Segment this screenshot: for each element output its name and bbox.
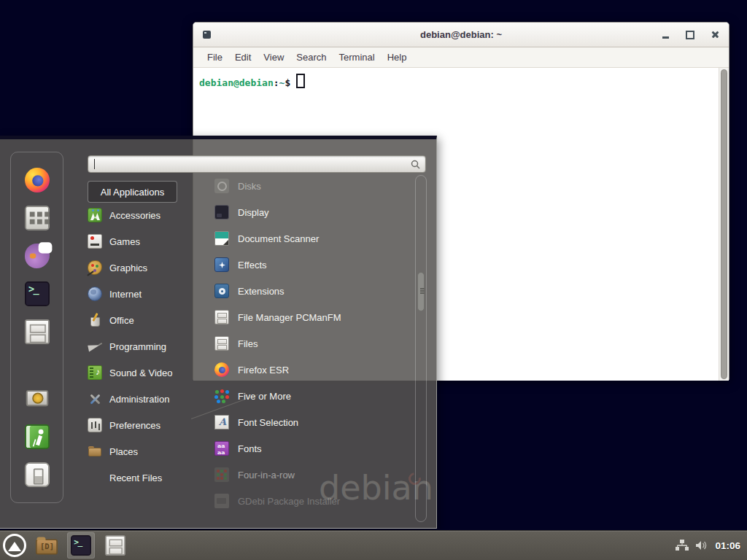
clock[interactable]: 01:06 [715, 540, 740, 551]
window-controls [662, 23, 719, 47]
app-item-file-manager-pcmanfm[interactable]: File Manager PCManFM [193, 304, 411, 330]
app-item-five-or-more[interactable]: Five or More [193, 383, 411, 409]
files-launcher[interactable] [33, 532, 61, 559]
logout-button[interactable] [21, 421, 53, 453]
application-menu: All Applications Accessories Games Graph… [0, 136, 437, 529]
menu-terminal[interactable]: Terminal [339, 52, 375, 63]
gdebi-icon [214, 494, 229, 508]
lock-screen-button[interactable] [21, 383, 53, 415]
taskbar: 01:06 [0, 530, 747, 560]
category-accessories[interactable]: Accessories [88, 202, 194, 228]
file-cabinet-icon [214, 336, 229, 351]
terminal-menubar: File Edit View Search Terminal Help [193, 47, 729, 68]
terminal-window-button[interactable] [67, 532, 95, 559]
favorites-rail [10, 152, 63, 503]
app-item-four-in-a-row[interactable]: Four-in-a-row [193, 462, 411, 488]
network-icon[interactable] [676, 540, 689, 551]
category-recent-files[interactable]: Recent Files [88, 464, 194, 491]
extensions-icon [214, 284, 229, 298]
programming-icon [88, 339, 102, 354]
prompt-separator: : [274, 77, 279, 88]
category-internet[interactable]: Internet [88, 281, 194, 307]
terminal-cursor [296, 74, 305, 88]
terminal-window-icon [203, 31, 211, 39]
sound-video-icon [88, 365, 102, 380]
menu-search[interactable]: Search [296, 52, 326, 63]
maximize-icon[interactable] [686, 31, 694, 39]
prompt-symbol: $ [285, 77, 290, 88]
terminal-icon [71, 535, 91, 556]
all-applications-button[interactable]: All Applications [88, 181, 177, 203]
file-cabinet-icon [25, 319, 50, 344]
menu-help[interactable]: Help [387, 52, 407, 63]
disks-icon [214, 179, 229, 193]
favorite-package-manager[interactable] [21, 202, 53, 234]
desktop: debian debian@debian: ~ File Edit View S… [0, 0, 747, 560]
category-graphics[interactable]: Graphics [88, 254, 194, 281]
search-icon [411, 160, 420, 169]
taskbar-launchers [0, 532, 129, 559]
minimize-icon[interactable] [662, 36, 669, 39]
text-caret [94, 159, 95, 169]
menu-edit[interactable]: Edit [235, 52, 251, 63]
font-selection-icon [214, 415, 229, 429]
app-item-disks[interactable]: Disks [193, 173, 411, 199]
app-item-effects[interactable]: Effects [193, 252, 411, 278]
menu-scrollbar[interactable] [415, 175, 427, 522]
system-tray: 01:06 [676, 540, 747, 551]
four-in-a-row-icon [214, 467, 229, 482]
package-manager-icon [25, 206, 50, 230]
category-games[interactable]: Games [88, 228, 194, 254]
app-item-fonts[interactable]: Fonts [193, 435, 411, 462]
file-manager-launcher[interactable] [101, 532, 129, 559]
category-office[interactable]: Office [88, 307, 194, 333]
all-applications-label: All Applications [101, 187, 164, 198]
firefox-icon [214, 362, 229, 377]
graphics-icon [88, 260, 102, 275]
firefox-icon [25, 168, 50, 192]
app-item-extensions[interactable]: Extensions [193, 278, 411, 304]
app-item-display[interactable]: Display [193, 199, 411, 225]
favorite-file-manager[interactable] [21, 316, 53, 348]
terminal-prompt: debian@debian:~$ [199, 77, 305, 88]
shutdown-button[interactable] [21, 459, 53, 491]
application-list: Disks Display Document Scanner Effects E… [193, 173, 411, 514]
category-administration[interactable]: Administration [88, 386, 194, 412]
shutdown-icon [25, 462, 50, 487]
document-scanner-icon [214, 231, 229, 246]
effects-icon [214, 257, 229, 272]
favorite-pidgin[interactable] [21, 240, 53, 272]
category-places[interactable]: Places [88, 438, 194, 464]
app-item-gdebi-package-installer[interactable]: GDebi Package Installer [193, 488, 411, 514]
administration-icon [88, 392, 102, 406]
five-or-more-icon [214, 389, 229, 403]
terminal-scrollbar[interactable] [719, 68, 729, 381]
terminal-titlebar[interactable]: debian@debian: ~ [193, 23, 729, 47]
menu-file[interactable]: File [207, 52, 222, 63]
places-icon [88, 444, 102, 459]
office-icon [88, 313, 102, 327]
menu-view[interactable]: View [263, 52, 284, 63]
window-title: debian@debian: ~ [420, 29, 502, 40]
category-preferences[interactable]: Preferences [88, 412, 194, 438]
favorite-terminal[interactable] [21, 278, 53, 310]
category-sound-video[interactable]: Sound & Video [88, 359, 194, 386]
menu-button[interactable] [3, 534, 26, 557]
file-cabinet-icon [214, 310, 229, 324]
menu-scrollbar-thumb[interactable] [417, 272, 425, 311]
terminal-scrollbar-thumb[interactable] [721, 69, 727, 379]
volume-icon[interactable] [695, 540, 708, 551]
file-cabinet-icon [105, 535, 125, 556]
games-icon [88, 234, 102, 249]
favorite-firefox[interactable] [21, 164, 53, 196]
accessories-icon [88, 208, 102, 222]
app-item-document-scanner[interactable]: Document Scanner [193, 225, 411, 252]
category-programming[interactable]: Programming [88, 333, 194, 359]
terminal-icon [25, 281, 50, 306]
app-item-firefox-esr[interactable]: Firefox ESR [193, 357, 411, 383]
search-input[interactable] [88, 155, 426, 173]
app-item-files[interactable]: Files [193, 330, 411, 357]
close-icon[interactable] [711, 31, 719, 39]
app-item-font-selection[interactable]: Font Selection [193, 409, 411, 435]
fonts-icon [214, 441, 229, 456]
